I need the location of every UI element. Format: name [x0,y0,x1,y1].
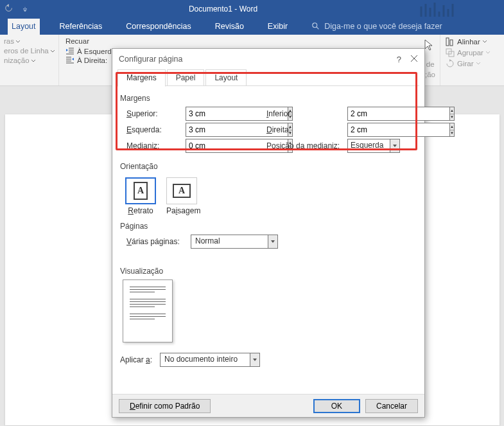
spin-up-icon[interactable]: ▲ [450,123,454,130]
esquerda-spinner[interactable]: ▲▼ [186,123,238,137]
tellme-label: Diga-me o que você deseja fazer [324,22,442,31]
svg-rect-18 [446,38,449,46]
dialog-tab-layout[interactable]: Layout [205,69,247,86]
partial-text: ras [4,37,14,45]
section-visualizacao: Visualização [120,267,417,276]
tab-correspondencias[interactable]: Correspondências [122,19,195,35]
orient-paisagem[interactable]: A Paisagem [166,177,200,215]
dialog-tab-margens[interactable]: Margens [117,69,166,87]
partial-text: nização [4,57,30,64]
inferior-spinner[interactable]: ▲▼ [347,107,400,121]
alinhar-button[interactable]: Alinhar [446,37,499,46]
partial-text: ;ão [425,71,435,78]
qat-dropdown-icon[interactable] [18,4,32,13]
close-icon[interactable] [410,55,418,64]
direita-spinner[interactable]: ▲▼ [347,123,400,137]
a-esquerda-label: À Esquerd [77,48,112,55]
cancelar-button[interactable]: Cancelar [365,399,418,413]
window-decoration-icon [418,1,501,17]
spin-up-icon[interactable]: ▲ [450,107,454,114]
dropdown-icon[interactable] [390,139,400,153]
ribbon-group-partial: ras eros de Linha nização [0,35,58,85]
section-orientacao: Orientação [120,162,417,171]
dialog-tabs: Margens Papel Layout [112,69,424,86]
aplicar-combo[interactable]: No documento inteiro [160,353,260,367]
spin-down-icon[interactable]: ▼ [450,130,454,137]
spin-down-icon[interactable]: ▼ [450,114,454,121]
rotate-icon [446,59,455,68]
girar-button[interactable]: Girar [446,59,499,68]
aplicar-value: No documento inteiro [160,353,250,367]
svg-line-9 [317,27,319,30]
ribbon-group-recuar: Recuar À Esquerd À Direita: [58,35,117,85]
help-icon[interactable]: ? [397,55,401,64]
posmed-label: Posição da medianiz: [264,141,347,150]
recuar-title: Recuar [65,37,112,45]
indent-left-icon [65,48,74,55]
ribbon-tabs: Layout Referências Correspondências Revi… [0,18,504,35]
cursor-icon [424,39,435,54]
varias-value: Normal [191,235,268,249]
dialog-tab-papel[interactable]: Papel [167,69,205,86]
tab-layout[interactable]: Layout [8,19,40,35]
tellme-search[interactable]: Diga-me o que você deseja fazer [308,19,446,35]
inferior-input[interactable] [347,107,449,121]
svg-point-8 [313,23,317,28]
girar-label: Girar [457,60,474,67]
group-icon [446,48,455,57]
lightbulb-icon [311,22,320,31]
orient-retrato[interactable]: A Retrato [125,177,156,215]
dialog-footer: Definir como Padrão OK Cancelar [112,394,424,417]
tab-exibir[interactable]: Exibir [264,19,291,35]
superior-label: Superior: [126,109,186,118]
page-setup-dialog: Configurar página ? Margens Papel Layout… [112,48,425,418]
ribbon-group-arrange: l de ;ão Alinhar Agrupar Girar [440,35,504,85]
align-icon [446,37,455,46]
tab-referencias[interactable]: Referências [56,19,107,35]
esquerda-label: Esquerda: [126,125,186,134]
window-title: Documento1 - Word [32,4,414,13]
dialog-title-text: Configurar página [119,55,182,64]
a-direita-label: À Direita: [77,57,107,64]
medianiz-label: Medianiz: [126,141,186,150]
section-margens: Margens [120,94,417,103]
svg-rect-19 [450,40,453,46]
posmed-value: Esquerda [347,139,390,153]
inferior-label: Inferior: [264,109,347,118]
preview-thumbnail [123,280,173,342]
varias-combo[interactable]: Normal [191,235,278,249]
superior-spinner[interactable]: ▲▼ [186,107,238,121]
definir-padrao-button[interactable]: Definir como Padrão [119,399,211,413]
aplicar-label: Aplicar a: [120,355,160,364]
dialog-titlebar: Configurar página ? [112,49,424,69]
posmed-combo[interactable]: Esquerda [347,139,400,153]
indent-right-icon [65,57,74,64]
title-bar: Documento1 - Word [0,0,504,18]
tab-revisao[interactable]: Revisão [211,19,248,35]
varias-label: Várias páginas: [126,237,191,246]
dropdown-icon[interactable] [250,353,260,367]
section-paginas: Páginas [120,222,417,231]
medianiz-spinner[interactable]: ▲▼ [186,139,238,153]
direita-label: Direita: [264,125,347,134]
back-icon[interactable] [0,4,18,15]
dialog-body: Margens Superior: ▲▼ Inferior: ▲▼ Esquer… [112,86,424,374]
alinhar-label: Alinhar [457,38,480,46]
ok-button[interactable]: OK [313,399,360,413]
direita-input[interactable] [347,123,449,137]
partial-text: eros de Linha [4,47,49,55]
dropdown-icon[interactable] [268,235,278,249]
agrupar-button[interactable]: Agrupar [446,48,499,57]
agrupar-label: Agrupar [457,49,483,57]
